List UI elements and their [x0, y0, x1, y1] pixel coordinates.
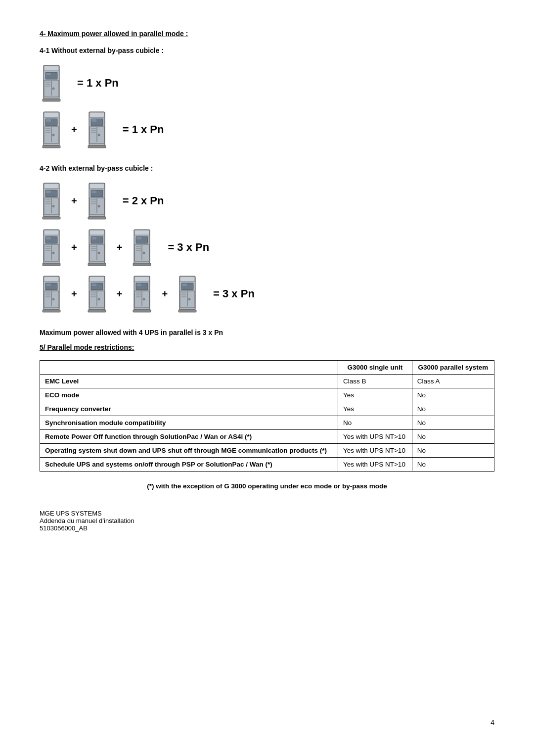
result-label: = 1 x Pn — [77, 77, 119, 90]
restrictions-table: G3000 single unit G3000 parallel system … — [40, 360, 494, 472]
ups-unit — [85, 110, 109, 149]
plus-operator: + — [71, 242, 77, 253]
ups-unit — [85, 228, 109, 267]
svg-rect-3 — [46, 73, 51, 75]
feature-cell: Frequency converter — [40, 402, 338, 416]
diagram-41-row1: = 1 x Pn — [40, 63, 494, 103]
svg-rect-23 — [89, 112, 104, 117]
svg-rect-76 — [88, 263, 106, 266]
result-label: = 1 x Pn — [123, 123, 164, 136]
svg-rect-67 — [89, 230, 104, 235]
table-row: Remote Power Off function through Soluti… — [40, 430, 494, 444]
plus-operator: + — [162, 288, 168, 300]
parallel-cell: No — [412, 388, 494, 402]
footer-line3: 5103056000_AB — [40, 524, 494, 532]
section5-title: 5/ Parallel mode restrictions: — [40, 343, 494, 351]
feature-cell: Schedule UPS and systems on/off through … — [40, 458, 338, 472]
parallel-cell: No — [412, 416, 494, 430]
svg-rect-109 — [88, 310, 106, 312]
diagram-42-container: + = 2 x Pn — [40, 181, 494, 314]
svg-rect-80 — [136, 237, 141, 239]
single-cell: Class B — [338, 375, 412, 388]
single-cell: Yes — [338, 388, 412, 402]
ups-unit — [40, 228, 63, 267]
footer-line2: Addenda du manuel d’installation — [40, 517, 494, 524]
ups-unit — [40, 63, 63, 103]
svg-point-94 — [52, 298, 54, 300]
svg-rect-124 — [182, 284, 187, 286]
plus-operator: + — [117, 242, 123, 253]
svg-rect-34 — [44, 184, 59, 189]
single-cell: Yes with UPS NT>10 — [338, 430, 412, 444]
svg-point-127 — [188, 298, 190, 300]
single-cell: Yes with UPS NT>10 — [338, 444, 412, 458]
footer-line1: MGE UPS SYSTEMS — [40, 510, 494, 517]
svg-point-116 — [143, 298, 145, 300]
svg-rect-89 — [44, 277, 59, 282]
ups-unit — [85, 181, 109, 221]
svg-rect-111 — [134, 277, 149, 282]
ups-unit — [40, 110, 63, 149]
single-cell: No — [338, 416, 412, 430]
ups-unit — [176, 274, 199, 314]
parallel-cell: No — [412, 458, 494, 472]
diagram-42-row3: + + — [40, 274, 494, 314]
svg-point-105 — [98, 298, 100, 300]
svg-rect-122 — [180, 277, 195, 282]
svg-rect-54 — [88, 217, 106, 219]
svg-rect-113 — [136, 284, 141, 286]
table-row: ECO mode Yes No — [40, 388, 494, 402]
parallel-cell: No — [412, 444, 494, 458]
svg-point-72 — [98, 252, 100, 254]
svg-rect-120 — [133, 310, 151, 312]
svg-rect-1 — [44, 66, 59, 71]
feature-cell: ECO mode — [40, 388, 338, 402]
svg-rect-56 — [44, 230, 59, 235]
single-cell: Yes — [338, 402, 412, 416]
table-header-single: G3000 single unit — [338, 361, 412, 375]
note-4ups: Maximum power allowed with 4 UPS in para… — [40, 329, 494, 336]
table-header-parallel: G3000 parallel system — [412, 361, 494, 375]
single-cell: Yes with UPS NT>10 — [338, 458, 412, 472]
plus-operator: + — [71, 288, 77, 300]
table-row: Frequency converter Yes No — [40, 402, 494, 416]
ups-unit — [85, 274, 109, 314]
feature-cell: Operating system shut down and UPS shut … — [40, 444, 338, 458]
svg-rect-78 — [134, 230, 149, 235]
feature-cell: Remote Power Off function through Soluti… — [40, 430, 338, 444]
plus-operator: + — [117, 288, 123, 300]
svg-rect-65 — [43, 263, 60, 266]
svg-rect-98 — [43, 310, 60, 312]
feature-cell: Synchronisation module compatibility — [40, 416, 338, 430]
svg-rect-91 — [46, 284, 51, 286]
svg-rect-47 — [91, 190, 96, 193]
table-row: Operating system shut down and UPS shut … — [40, 444, 494, 458]
table-header-feature — [40, 361, 338, 375]
svg-point-28 — [98, 134, 100, 136]
result-label: = 3 x Pn — [168, 241, 209, 254]
result-label: = 2 x Pn — [123, 194, 164, 207]
ups-unit — [130, 228, 154, 267]
svg-rect-36 — [46, 190, 51, 193]
parallel-cell: Class A — [412, 375, 494, 388]
section42-title: 4-2 With external by-pass cubicle : — [40, 164, 494, 172]
svg-point-61 — [52, 252, 54, 254]
diagram-42-row1: + = 2 x Pn — [40, 181, 494, 221]
svg-rect-43 — [43, 217, 60, 219]
svg-point-17 — [52, 134, 54, 136]
svg-point-83 — [143, 252, 145, 254]
ups-unit — [40, 181, 63, 221]
result-label: = 3 x Pn — [213, 287, 255, 300]
feature-cell: EMC Level — [40, 375, 338, 388]
svg-rect-10 — [43, 99, 60, 101]
svg-rect-58 — [46, 237, 51, 239]
svg-rect-14 — [46, 119, 51, 122]
svg-rect-45 — [89, 184, 104, 189]
svg-rect-25 — [91, 119, 96, 122]
exception-note: (*) with the exception of G 3000 operati… — [40, 482, 494, 490]
plus-operator: + — [71, 124, 77, 136]
parallel-cell: No — [412, 402, 494, 416]
svg-point-6 — [52, 88, 54, 90]
footer: MGE UPS SYSTEMS Addenda du manuel d’inst… — [40, 510, 494, 532]
svg-rect-87 — [133, 263, 151, 266]
